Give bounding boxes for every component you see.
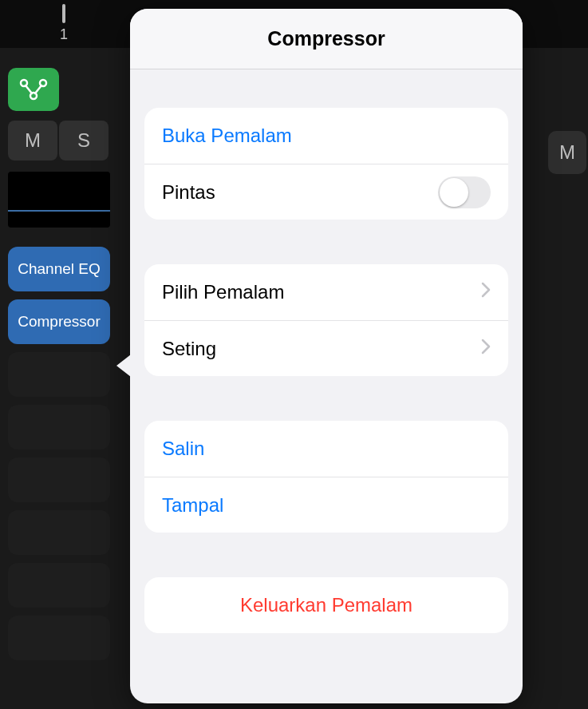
bypass-row: Pintas xyxy=(144,164,508,220)
open-plugin-row[interactable]: Buka Pemalam xyxy=(144,108,508,164)
plugin-slot-list: Channel EQ Compressor xyxy=(8,247,112,660)
popover-group-open-bypass: Buka Pemalam Pintas xyxy=(144,108,508,220)
plugin-slot-empty[interactable] xyxy=(8,563,110,608)
plugin-slot-compressor[interactable]: Compressor xyxy=(8,299,110,344)
bypass-label: Pintas xyxy=(162,181,215,204)
plugin-slot-empty[interactable] xyxy=(8,510,110,555)
popover-pointer xyxy=(116,354,131,377)
popover-header: Compressor xyxy=(130,9,523,69)
popover-group-copy-paste: Salin Tampal xyxy=(144,421,508,533)
routing-button[interactable] xyxy=(8,68,59,111)
channel-strip: M S Channel EQ Compressor xyxy=(8,68,112,660)
paste-label: Tampal xyxy=(162,494,223,517)
copy-label: Salin xyxy=(162,438,204,460)
meter-line xyxy=(8,210,110,212)
toggle-knob xyxy=(440,178,468,207)
open-plugin-label: Buka Pemalam xyxy=(162,125,292,147)
popover-body: Buka Pemalam Pintas Pilih Pemalam Seting xyxy=(130,69,523,633)
plugin-slot-empty[interactable] xyxy=(8,616,110,660)
popover-group-remove: Keluarkan Pemalam xyxy=(144,577,508,633)
copy-row[interactable]: Salin xyxy=(144,421,508,477)
chevron-right-icon xyxy=(481,339,491,359)
ruler-tick xyxy=(62,4,65,23)
remove-plugin-label: Keluarkan Pemalam xyxy=(240,594,412,616)
mute-solo-row: M S xyxy=(8,121,112,160)
plugin-slot-empty[interactable] xyxy=(8,405,110,450)
plugin-slot-channel-eq[interactable]: Channel EQ xyxy=(8,247,110,291)
plugin-slot-label: Channel EQ xyxy=(18,260,101,278)
popover-group-select-settings: Pilih Pemalam Seting xyxy=(144,264,508,376)
plugin-slot-empty[interactable] xyxy=(8,457,110,502)
popover-title: Compressor xyxy=(267,27,385,50)
settings-row[interactable]: Seting xyxy=(144,320,508,376)
settings-label: Seting xyxy=(162,338,216,360)
remove-plugin-row[interactable]: Keluarkan Pemalam xyxy=(144,577,508,633)
routing-icon xyxy=(19,78,48,101)
mute-button[interactable]: M xyxy=(8,121,57,160)
solo-button[interactable]: S xyxy=(59,121,109,160)
mute-button-right[interactable]: M xyxy=(548,131,586,174)
chevron-right-icon xyxy=(481,282,491,303)
plugin-slot-label: Compressor xyxy=(18,313,100,331)
choose-plugin-row[interactable]: Pilih Pemalam xyxy=(144,264,508,320)
ruler-label: 1 xyxy=(60,26,68,43)
plugin-slot-empty[interactable] xyxy=(8,352,110,397)
choose-plugin-label: Pilih Pemalam xyxy=(162,281,284,303)
level-meter xyxy=(8,172,110,228)
plugin-popover: Compressor Buka Pemalam Pintas Pilih Pem… xyxy=(130,9,523,703)
bypass-toggle[interactable] xyxy=(438,176,491,208)
paste-row[interactable]: Tampal xyxy=(144,477,508,533)
